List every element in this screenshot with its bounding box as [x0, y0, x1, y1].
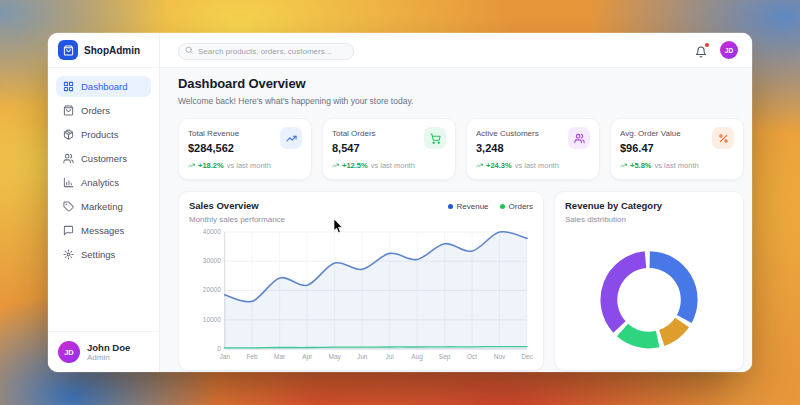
stat-value: $284,562	[188, 142, 239, 154]
svg-text:May: May	[329, 353, 342, 361]
trending-up-icon	[332, 162, 339, 169]
stats-row: Total Revenue $284,562 +18.2% vs last mo…	[178, 118, 744, 180]
trending-up-icon	[286, 133, 297, 144]
stat-label: Avg. Order Value	[620, 129, 681, 138]
shopadmin-logo-icon	[58, 40, 78, 60]
sidebar-item-dashboard[interactable]: Dashboard	[56, 76, 151, 97]
charts-row: Sales Overview Monthly sales performance…	[178, 191, 744, 371]
notifications-button[interactable]	[695, 44, 708, 57]
brand: ShopAdmin	[48, 33, 159, 68]
search-input[interactable]	[178, 43, 354, 60]
legend-item-revenue: Revenue	[448, 202, 489, 211]
legend-label: Revenue	[457, 202, 489, 211]
notification-badge	[705, 43, 710, 48]
sidebar-item-label: Settings	[81, 249, 115, 260]
sidebar-item-analytics[interactable]: Analytics	[56, 172, 151, 193]
sidebar-item-label: Analytics	[81, 177, 119, 188]
percent-icon	[718, 133, 729, 144]
svg-text:20000: 20000	[203, 286, 221, 293]
sidebar-item-orders[interactable]: Orders	[56, 100, 151, 121]
legend-dot	[500, 204, 505, 209]
stat-change-suffix: vs last month	[515, 161, 559, 170]
svg-text:10000: 10000	[203, 316, 221, 323]
sidebar-item-marketing[interactable]: Marketing	[56, 196, 151, 217]
stat-change: +5.8% vs last month	[620, 161, 734, 170]
trending-up-icon	[476, 162, 483, 169]
category-card-subtitle: Sales distribution	[565, 215, 733, 224]
stat-change-value: +18.2%	[198, 161, 224, 170]
legend-dot	[448, 204, 453, 209]
svg-text:Sep: Sep	[439, 353, 451, 361]
sales-overview-card: Sales Overview Monthly sales performance…	[178, 191, 544, 371]
user-name: John Doe	[87, 342, 130, 354]
stat-card-3: Avg. Order Value $96.47 +5.8% vs last mo…	[610, 118, 744, 180]
stat-change-suffix: vs last month	[654, 161, 698, 170]
sidebar: ShopAdmin DashboardOrdersProductsCustome…	[48, 33, 160, 372]
stat-icon-box	[280, 127, 302, 149]
svg-text:Aug: Aug	[411, 353, 423, 361]
revenue-by-category-card: Revenue by Category Sales distribution	[554, 191, 744, 371]
stat-change: +12.5% vs last month	[332, 161, 446, 170]
svg-text:0: 0	[217, 345, 221, 352]
svg-text:Mar: Mar	[274, 353, 286, 360]
stat-label: Total Orders	[332, 129, 376, 138]
sales-card-title: Sales Overview	[189, 200, 285, 211]
stat-icon-box	[712, 127, 734, 149]
content-area: JD Dashboard Overview Welcome back! Here…	[160, 33, 752, 372]
sidebar-user[interactable]: JD John Doe Admin	[48, 331, 159, 372]
category-card-title: Revenue by Category	[565, 200, 733, 211]
stat-change-suffix: vs last month	[227, 161, 271, 170]
legend-label: Orders	[509, 202, 533, 211]
stat-value: 8,547	[332, 142, 376, 154]
stat-change-value: +12.5%	[342, 161, 368, 170]
page-subtitle: Welcome back! Here's what's happening wi…	[178, 96, 744, 106]
sidebar-item-settings[interactable]: Settings	[56, 244, 151, 265]
sales-card-subtitle: Monthly sales performance	[189, 215, 285, 224]
stat-card-0: Total Revenue $284,562 +18.2% vs last mo…	[178, 118, 312, 180]
category-donut-chart	[565, 224, 733, 372]
svg-text:Jan: Jan	[219, 353, 230, 360]
legend-item-orders: Orders	[500, 202, 533, 211]
stat-label: Active Customers	[476, 129, 539, 138]
topbar-avatar[interactable]: JD	[720, 41, 738, 59]
search-icon	[185, 46, 193, 54]
grid-icon	[63, 81, 74, 92]
stat-change: +18.2% vs last month	[188, 161, 302, 170]
stat-change-suffix: vs last month	[371, 161, 415, 170]
svg-text:Jun: Jun	[357, 353, 368, 360]
settings-icon	[63, 249, 74, 260]
users-icon	[63, 153, 74, 164]
sidebar-item-label: Products	[81, 129, 119, 140]
topbar: JD	[160, 33, 752, 68]
stat-card-2: Active Customers 3,248 +24.3% vs last mo…	[466, 118, 600, 180]
shopping-bag-icon	[63, 105, 74, 116]
user-avatar: JD	[58, 341, 80, 363]
bar-chart-icon	[63, 177, 74, 188]
sidebar-item-messages[interactable]: Messages	[56, 220, 151, 241]
svg-text:Jul: Jul	[385, 353, 393, 360]
svg-text:40000: 40000	[203, 228, 221, 235]
user-role: Admin	[87, 353, 130, 362]
sidebar-nav: DashboardOrdersProductsCustomersAnalytic…	[48, 68, 159, 331]
svg-text:Apr: Apr	[302, 353, 313, 361]
message-square-icon	[63, 225, 74, 236]
topbar-actions: JD	[695, 41, 738, 59]
sidebar-item-label: Dashboard	[81, 81, 127, 92]
stat-value: $96.47	[620, 142, 681, 154]
tag-icon	[63, 201, 74, 212]
stat-card-1: Total Orders 8,547 +12.5% vs last month	[322, 118, 456, 180]
stat-icon-box	[424, 127, 446, 149]
stat-change-value: +5.8%	[630, 161, 651, 170]
sidebar-item-customers[interactable]: Customers	[56, 148, 151, 169]
stat-change: +24.3% vs last month	[476, 161, 590, 170]
package-icon	[63, 129, 74, 140]
shopadmin-app-window: ShopAdmin DashboardOrdersProductsCustome…	[48, 33, 752, 372]
sidebar-item-label: Messages	[81, 225, 124, 236]
chart-legend: Revenue Orders	[448, 202, 533, 211]
svg-text:Dec: Dec	[521, 353, 533, 360]
sidebar-item-label: Orders	[81, 105, 110, 116]
sidebar-item-products[interactable]: Products	[56, 124, 151, 145]
sidebar-item-label: Customers	[81, 153, 127, 164]
svg-text:Nov: Nov	[494, 353, 506, 360]
brand-name: ShopAdmin	[84, 45, 140, 56]
